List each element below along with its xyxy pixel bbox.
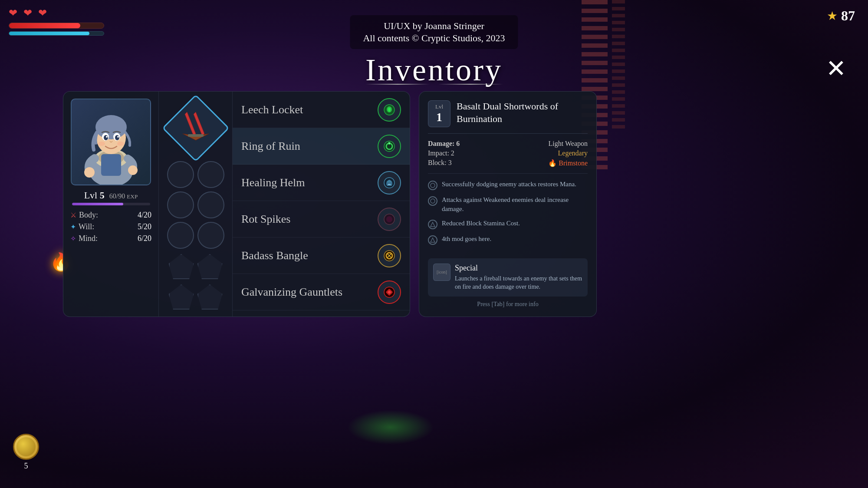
weapon-slot[interactable] xyxy=(162,94,230,162)
special-label: Special xyxy=(455,264,582,273)
item-detail-name: Basalt Dual Shortwords of Burnination xyxy=(457,100,588,125)
special-description: Launches a fireball towards an enemy tha… xyxy=(455,274,582,291)
body-label: Body: xyxy=(79,211,135,220)
item-icon-5 xyxy=(378,280,401,304)
mod-icon-1 xyxy=(428,196,437,206)
item-row-2[interactable]: Healing Helm xyxy=(233,165,410,201)
item-row-3[interactable]: Rot Spikes xyxy=(233,201,410,237)
svg-point-12 xyxy=(98,142,105,146)
equip-slot-1[interactable] xyxy=(167,161,194,188)
equip-slot-6[interactable] xyxy=(197,222,224,249)
mind-icon: ✧ xyxy=(70,234,76,243)
svg-point-5 xyxy=(95,115,127,139)
svg-rect-3 xyxy=(101,154,121,176)
health-fill xyxy=(9,23,80,28)
fire-icon: 🔥 xyxy=(548,159,557,167)
detail-panel: Lvl 1 Basalt Dual Shortwords of Burninat… xyxy=(419,91,597,317)
detail-stats-grid: Damage: 6 Light Weapon Impact: 2 Legenda… xyxy=(428,140,588,174)
level-number: 1 xyxy=(433,110,446,124)
level-label: Lvl xyxy=(433,103,446,110)
impact-label: Impact: 2 xyxy=(428,149,503,157)
stat-body: ⚔ Body: 4/20 xyxy=(70,211,151,220)
body-value: 4/20 xyxy=(138,211,151,220)
equip-slot-4[interactable] xyxy=(197,191,224,218)
item-name-0: Leech Locket xyxy=(241,103,378,116)
hud-panel: ❤ ❤ ❤ xyxy=(9,8,104,36)
mod-text-0: Successfully dodging enemy attacks resto… xyxy=(442,180,576,189)
item-row-0[interactable]: Leech Locket xyxy=(233,92,410,128)
press-tab-hint: Press [Tab] for more info xyxy=(428,301,588,308)
equip-slot-3[interactable] xyxy=(167,191,194,218)
mod-text-3: 4th mod goes here. xyxy=(442,234,491,244)
equip-slot-5[interactable] xyxy=(167,222,194,249)
title-line-right xyxy=(438,84,503,85)
ring-of-ruin-icon xyxy=(383,140,396,153)
penta-slot-4[interactable] xyxy=(197,284,223,310)
item-icon-1 xyxy=(378,135,401,158)
svg-point-10 xyxy=(106,136,108,138)
character-stats: ⚔ Body: 4/20 ✦ Will: 5/20 ✧ Mind: 6/20 xyxy=(70,211,151,246)
currency-count: 87 xyxy=(841,8,855,24)
coin-area: 5 xyxy=(13,434,39,471)
currency-display: ★ 87 xyxy=(827,8,855,24)
item-row-4[interactable]: Badass Bangle xyxy=(233,237,410,274)
item-name-1: Ring of Ruin xyxy=(241,140,378,153)
badass-bangle-icon xyxy=(383,249,396,262)
penta-slot-2[interactable] xyxy=(197,254,223,279)
mod-list: Successfully dodging enemy attacks resto… xyxy=(428,180,588,255)
mod-item-0: Successfully dodging enemy attacks resto… xyxy=(428,180,588,190)
heart-3: ❤ xyxy=(38,8,50,19)
equip-slot-2[interactable] xyxy=(197,161,224,188)
special-section: [icon] Special Launches a fireball towar… xyxy=(428,258,588,297)
credits-box: UI/UX by Joanna Stringer All contents © … xyxy=(350,15,518,49)
bg-glow-decoration xyxy=(347,410,434,445)
mind-label: Mind: xyxy=(79,234,135,243)
credits-line-2: All contents © Cryptic Studios, 2023 xyxy=(363,33,505,44)
leech-locket-icon xyxy=(383,103,396,116)
healing-helm-icon xyxy=(383,176,396,189)
item-name-4: Badass Bangle xyxy=(241,249,378,262)
type-label: Light Weapon xyxy=(512,140,588,148)
item-name-3: Rot Spikes xyxy=(241,213,378,226)
damage-label: Damage: 6 xyxy=(428,140,503,148)
penta-slot-1[interactable] xyxy=(169,254,194,279)
special-content: Special Launches a fireball towards an e… xyxy=(455,264,582,291)
block-label: Block: 3 xyxy=(428,159,503,167)
hearts-container: ❤ ❤ ❤ xyxy=(9,8,104,19)
bg-chain-decoration-2 xyxy=(612,0,625,130)
inventory-title: Inventory xyxy=(365,52,503,88)
item-icon-3 xyxy=(378,208,401,231)
item-row-1[interactable]: Ring of Ruin xyxy=(233,128,410,165)
equip-row-1 xyxy=(166,161,225,188)
detail-header: Lvl 1 Basalt Dual Shortwords of Burninat… xyxy=(428,100,588,134)
character-section: Lvl 5 60/90 EXP ⚔ Body: 4/20 ✦ Will: 5/2… xyxy=(63,92,159,317)
close-button[interactable]: ✕ xyxy=(826,56,846,81)
item-icon-2 xyxy=(378,171,401,195)
stat-mind: ✧ Mind: 6/20 xyxy=(70,234,151,243)
will-label: Will: xyxy=(79,222,135,231)
mana-fill xyxy=(9,32,89,35)
will-icon: ✦ xyxy=(70,223,76,231)
equipment-section xyxy=(159,92,233,317)
credits-line-1: UI/UX by Joanna Stringer xyxy=(363,20,505,32)
svg-point-9 xyxy=(115,135,119,140)
mana-bar xyxy=(9,31,104,36)
body-icon: ⚔ xyxy=(70,211,76,219)
equip-row-2 xyxy=(166,191,225,218)
health-bar xyxy=(9,23,104,29)
character-portrait xyxy=(71,99,151,185)
svg-point-11 xyxy=(117,136,119,138)
mod-text-2: Reduced Block Stamina Cost. xyxy=(442,219,520,228)
inventory-panel: Lvl 5 60/90 EXP ⚔ Body: 4/20 ✦ Will: 5/2… xyxy=(63,91,410,317)
weapon-icon xyxy=(178,110,213,145)
star-icon: ★ xyxy=(827,9,838,23)
mod-item-3: 4th mod goes here. xyxy=(428,234,588,245)
item-name-5: Galvanizing Gauntlets xyxy=(241,286,378,299)
coin-icon xyxy=(13,434,39,460)
item-row-5[interactable]: Galvanizing Gauntlets xyxy=(233,274,410,310)
item-list[interactable]: Leech Locket Ring of Ruin xyxy=(233,92,410,317)
svg-point-8 xyxy=(104,135,108,140)
item-row-6[interactable] xyxy=(233,310,410,317)
penta-slot-3[interactable] xyxy=(169,284,194,310)
character-svg xyxy=(74,102,148,185)
